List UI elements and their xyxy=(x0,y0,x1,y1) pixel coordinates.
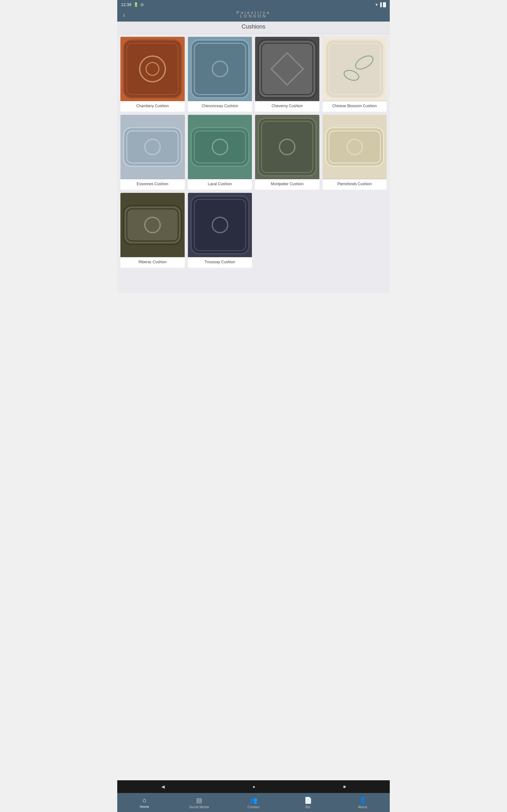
product-image-cheverny xyxy=(255,37,320,101)
product-image-chenonceau xyxy=(188,37,252,101)
battery-icon: 🔋 xyxy=(133,2,138,7)
product-name-chinese-blossom: Chinese Blossom Cushion xyxy=(330,104,379,109)
product-image-riberac xyxy=(120,193,185,257)
product-grid: Chambery CushionChenonceau CushionChever… xyxy=(117,34,390,293)
product-card-chambery[interactable]: Chambery Cushion xyxy=(120,37,185,112)
back-button[interactable]: ‹ xyxy=(122,10,126,20)
status-bar: 12:39 🔋 ⊙ ▾ ▐ █ xyxy=(117,0,390,9)
nav-label-about: About xyxy=(358,805,367,809)
svg-rect-10 xyxy=(258,40,316,98)
nav-icon-social-media: ▤ xyxy=(196,797,202,804)
nav-item-home[interactable]: ⌂Home xyxy=(117,795,172,810)
product-image-laval xyxy=(188,115,252,179)
product-image-essonnes xyxy=(120,115,185,179)
product-card-chinese-blossom[interactable]: Chinese Blossom Cushion xyxy=(323,37,387,112)
svg-rect-31 xyxy=(326,128,383,166)
logo-subtitle: LONDON xyxy=(117,14,390,18)
product-name-riberac: Riberac Cushion xyxy=(136,260,169,265)
svg-rect-39 xyxy=(191,196,249,254)
product-name-pierrefonds: Pierrefonds Cushion xyxy=(335,182,374,187)
android-home[interactable]: ● xyxy=(252,784,255,789)
bottom-nav: ⌂Home▤Social Media👥Contact📄Bio👤About xyxy=(117,793,390,812)
status-right: ▾ ▐ █ xyxy=(376,2,386,7)
nav-item-bio[interactable]: 📄Bio xyxy=(281,795,335,811)
product-name-cheverny: Cheverny Cushion xyxy=(270,104,305,109)
svg-rect-14 xyxy=(326,40,383,98)
app-header: ‹ Palestrina LONDON xyxy=(117,9,390,21)
notification-icon: ⊙ xyxy=(140,2,144,7)
status-left: 12:39 🔋 ⊙ xyxy=(121,2,144,7)
nav-label-bio: Bio xyxy=(305,805,311,809)
product-name-chenonceau: Chenonceau Cushion xyxy=(200,104,240,109)
product-card-pierrefonds[interactable]: Pierrefonds Cushion xyxy=(323,115,387,190)
nav-item-about[interactable]: 👤About xyxy=(335,795,390,811)
product-card-troussay[interactable]: Troussay Cushion xyxy=(188,193,252,268)
svg-rect-6 xyxy=(191,40,249,98)
product-card-cheverny[interactable]: Cheverny Cushion xyxy=(255,37,320,112)
nav-item-social-media[interactable]: ▤Social Media xyxy=(172,795,226,811)
svg-rect-19 xyxy=(124,128,181,166)
svg-rect-23 xyxy=(191,128,249,166)
android-back[interactable]: ◀ xyxy=(161,784,165,789)
nav-icon-home: ⌂ xyxy=(143,797,147,804)
status-time: 12:39 xyxy=(121,2,131,7)
product-name-laval: Laval Cushion xyxy=(206,182,234,187)
nav-label-home: Home xyxy=(140,805,149,809)
svg-rect-27 xyxy=(258,118,316,176)
product-image-chambery xyxy=(120,37,185,101)
page-title: Cushions xyxy=(117,21,390,34)
product-name-chambery: Chambery Cushion xyxy=(134,104,171,109)
product-name-essonnes: Essonnes Cushion xyxy=(135,182,170,187)
svg-rect-1 xyxy=(124,40,181,98)
product-image-chinese-blossom xyxy=(323,37,387,101)
nav-icon-contact: 👥 xyxy=(250,797,258,804)
product-card-riberac[interactable]: Riberac Cushion xyxy=(120,193,185,268)
product-name-troussay: Troussay Cushion xyxy=(203,260,237,265)
nav-item-contact[interactable]: 👥Contact xyxy=(226,795,281,811)
android-recent[interactable]: ■ xyxy=(343,784,346,789)
product-image-troussay xyxy=(188,193,252,257)
product-image-montpelier xyxy=(255,115,320,179)
battery-status: █ xyxy=(383,2,386,7)
product-card-chenonceau[interactable]: Chenonceau Cushion xyxy=(188,37,252,112)
android-nav: ◀ ● ■ xyxy=(117,780,390,793)
product-name-montpelier: Montpelier Cushion xyxy=(269,182,305,187)
nav-label-social-media: Social Media xyxy=(189,805,209,809)
product-card-essonnes[interactable]: Essonnes Cushion xyxy=(120,115,185,190)
product-card-laval[interactable]: Laval Cushion xyxy=(188,115,252,190)
product-image-pierrefonds xyxy=(323,115,387,179)
nav-label-contact: Contact xyxy=(247,805,260,809)
svg-rect-35 xyxy=(124,206,181,245)
wifi-icon: ▾ xyxy=(376,2,378,7)
nav-icon-about: 👤 xyxy=(359,797,367,804)
signal-icon: ▐ xyxy=(379,2,382,7)
app-logo: Palestrina LONDON xyxy=(117,10,390,18)
product-card-montpelier[interactable]: Montpelier Cushion xyxy=(255,115,320,190)
nav-icon-bio: 📄 xyxy=(304,797,312,804)
